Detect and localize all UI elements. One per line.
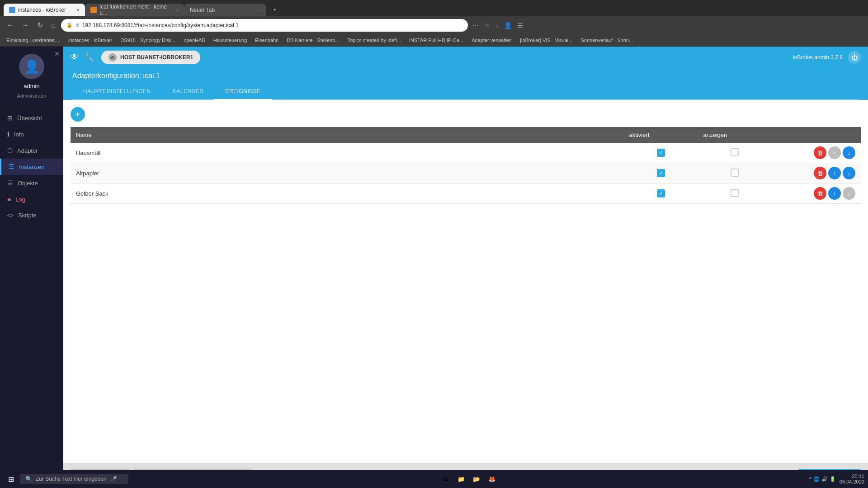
nav-refresh[interactable]: ↻ (34, 19, 46, 31)
row3-aktiviert-checkbox[interactable]: ✓ (657, 189, 665, 197)
sidebar-close-button[interactable]: ✕ (54, 50, 60, 57)
extensions-icon[interactable]: ⋯ (471, 20, 481, 31)
tray-chevron-icon[interactable]: ^ (809, 476, 811, 482)
tab-instances[interactable]: instances - ioBroker ✕ (4, 4, 85, 16)
tab-kalender[interactable]: KALENDER (162, 84, 215, 99)
tray-battery-icon[interactable]: 🔋 (830, 476, 836, 482)
row1-down-button[interactable]: ↓ (843, 146, 855, 159)
row2-down-button[interactable]: ↓ (843, 167, 855, 179)
wrench-icon[interactable]: 🔧 (84, 52, 94, 62)
tray-volume-icon[interactable]: 🔊 (821, 476, 828, 482)
bookmark-eisenbahn[interactable]: Eisenbahn (252, 37, 281, 44)
row2-aktiviert-checkbox[interactable]: ✓ (657, 169, 665, 177)
tab-close-ical[interactable]: ✕ (175, 8, 179, 13)
sidebar-item-info[interactable]: ℹ Info (0, 126, 63, 142)
power-button[interactable]: ⏻ (848, 51, 861, 64)
menu-icon[interactable]: ☰ (515, 20, 525, 31)
col-header-anzeigen: anzeigen (698, 127, 772, 143)
row3-up-button[interactable]: ↑ (828, 187, 841, 200)
sidebar-label-instanzen: Instanzen (19, 164, 44, 170)
bookmark-einleitung[interactable]: Einleitung | verdrahtet.... (4, 37, 63, 44)
eye-icon[interactable]: 👁 (71, 52, 79, 62)
row3-delete-button[interactable]: 🗑 (814, 187, 826, 200)
bookmark-haussteuerung[interactable]: Haussteuerung (211, 37, 250, 44)
bookmark-sonne[interactable]: Sonnenverlauf - Sonn... (578, 37, 636, 44)
bookmark-icon[interactable]: ☆ (482, 20, 492, 31)
bookmark-adapter[interactable]: Adapter verwalten (469, 37, 514, 44)
sidebar-label-skripte: Skripte (18, 212, 36, 219)
tab-close-instances[interactable]: ✕ (76, 8, 80, 13)
taskbar-time[interactable]: 20:11 06.04.2020 (840, 474, 864, 484)
bookmark-instances[interactable]: instances - ioBroker (66, 37, 115, 44)
download-icon[interactable]: ↓ (494, 20, 500, 31)
bookmark-topics[interactable]: Topics created by Idefi... (344, 37, 404, 44)
taskbar-app-explorer[interactable]: 📁 (454, 472, 468, 486)
row1-aktiviert-checkbox[interactable]: ✓ (657, 149, 665, 157)
bookmarks-bar: Einleitung | verdrahtet.... instances - … (0, 34, 868, 47)
row3-anzeigen-cell (698, 183, 772, 204)
taskbar-search-text: Zur Suche Text hier eingeben (36, 476, 107, 482)
col-header-aktiviert: aktiviert (624, 127, 698, 143)
sidebar-item-adapter[interactable]: ⬡ Adapter (0, 142, 63, 159)
taskbar-right: ^ 🌐 🔊 🔋 20:11 06.04.2020 (809, 474, 864, 484)
row1-actions: 🗑 ↑ ↓ (772, 143, 861, 163)
tab-ereignisse[interactable]: EREIGNISSE (214, 84, 271, 99)
bookmark-openhab[interactable]: openHAB (181, 37, 208, 44)
tab-new-button[interactable]: + (266, 4, 284, 16)
tab-haupteinstellungen[interactable]: HAUPTEINSTELLUNGEN (72, 84, 162, 99)
bookmark-vis[interactable]: [ioBroker] VIS - Visual... (517, 37, 576, 44)
sidebar-label-objekte: Objekte (18, 180, 38, 187)
nav-back[interactable]: ← (4, 19, 16, 31)
sidebar-item-instanzen[interactable]: ☰ Instanzen (0, 159, 63, 175)
taskbar-left: ⊞ 🔍 Zur Suche Text hier eingeben 🎤 (4, 472, 128, 486)
table-row: Gelber Sack ✓ 🗑 ↑ ↓ (71, 183, 861, 204)
row2-up-button[interactable]: ↑ (828, 167, 841, 179)
browser-tabs: instances - ioBroker ✕ Ical funktioniert… (0, 0, 868, 16)
row3-down-button[interactable]: ↓ (843, 187, 855, 200)
taskbar-search[interactable]: 🔍 Zur Suche Text hier eingeben 🎤 (20, 474, 128, 484)
add-row-button[interactable]: + (71, 107, 85, 122)
bookmark-instar[interactable]: INSTAR Full-HD IP-Ca... (406, 37, 466, 44)
objekte-icon: ☰ (7, 179, 13, 187)
instanzen-icon: ☰ (9, 163, 14, 170)
tab-neuer[interactable]: Neuer Tab ✕ (184, 4, 266, 16)
row3-anzeigen-checkbox[interactable] (731, 189, 739, 197)
sidebar-item-skripte[interactable]: <> Skripte (0, 207, 63, 223)
table-row: Hausmüll ✓ 🗑 ↑ ↓ (71, 143, 861, 163)
address-shield-icon: ⊕ (75, 22, 80, 28)
tab-ical[interactable]: Ical funktioniert nicht - keine E... ✕ (85, 4, 184, 16)
row1-up-button[interactable]: ↑ (828, 146, 841, 159)
tab-close-neuer[interactable]: ✕ (257, 8, 260, 13)
row2-anzeigen-checkbox[interactable] (731, 169, 739, 177)
bookmark-db[interactable]: DB Karriere - Stellenb... (284, 37, 342, 44)
profile-icon[interactable]: 👤 (502, 20, 514, 31)
host-label: HOST BUANET-IOBROKER1 (120, 54, 193, 61)
tray-network-icon[interactable]: 🌐 (813, 476, 820, 482)
taskbar-app-firefox[interactable]: 🦊 (485, 472, 499, 486)
tab-label-instances: instances - ioBroker (18, 7, 66, 13)
taskbar-app-taskview[interactable]: ⧉ (439, 472, 453, 486)
host-button[interactable]: ⊙ HOST BUANET-IOBROKER1 (101, 51, 200, 64)
sidebar-label-log: Log (15, 196, 25, 203)
start-button[interactable]: ⊞ (4, 472, 18, 486)
sidebar-item-objekte[interactable]: ☰ Objekte (0, 175, 63, 191)
address-bar[interactable]: 🔒 ⊕ 192.168.178.69:8081/#tab-instances/c… (61, 19, 468, 32)
top-bar-right: ioBroker.admin 3.7.8 ⏻ (793, 51, 861, 64)
row1-delete-button[interactable]: 🗑 (814, 146, 826, 159)
sidebar-item-ubersicht[interactable]: ⊞ Übersicht (0, 110, 63, 126)
tab-favicon-ical (90, 7, 97, 13)
sidebar-label-adapter: Adapter (17, 147, 38, 154)
nav-forward[interactable]: → (19, 19, 32, 31)
bookmark-ds918[interactable]: DS918 - Synology Disk... (118, 37, 178, 44)
row2-delete-button[interactable]: 🗑 (814, 167, 826, 179)
row1-anzeigen-checkbox[interactable] (731, 148, 739, 156)
events-table: Name aktiviert anzeigen Hausmüll ✓ (71, 127, 861, 204)
taskbar-app-files[interactable]: 📂 (469, 472, 484, 486)
table-row: Altpapier ✓ 🗑 ↑ ↓ (71, 163, 861, 183)
sidebar-item-log[interactable]: ≡ Log (0, 191, 63, 207)
sidebar-header: ✕ 👤 admin Administrator (0, 47, 63, 106)
sidebar-label-ubersicht: Übersicht (17, 115, 42, 122)
row2-actions: 🗑 ↑ ↓ (772, 163, 861, 183)
nav-home[interactable]: ⌂ (48, 19, 58, 31)
row1-aktiviert-cell: ✓ (624, 143, 698, 163)
